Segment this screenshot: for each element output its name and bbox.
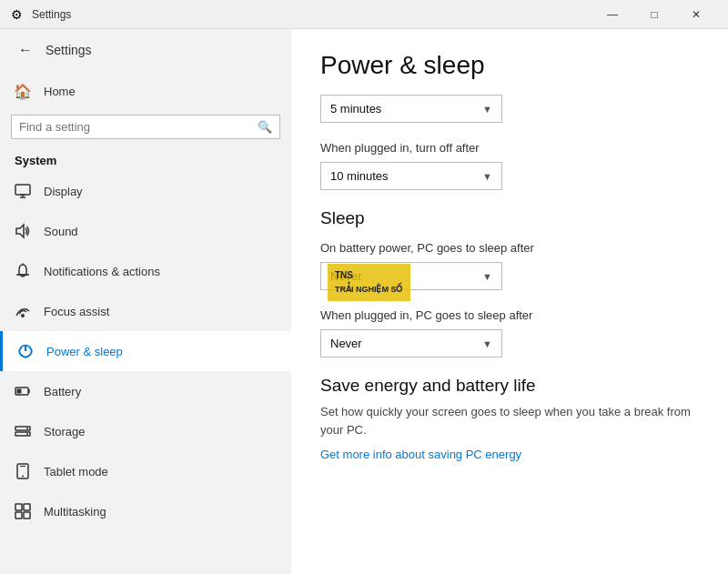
sidebar-item-display[interactable]: Display [0, 171, 291, 211]
search-input[interactable] [19, 120, 258, 134]
maximize-button[interactable]: □ [633, 0, 675, 29]
minimize-button[interactable]: — [592, 0, 633, 29]
sidebar-item-storage[interactable]: Storage [0, 411, 291, 451]
sleep-heading: Sleep [320, 208, 699, 228]
sidebar-item-storage-label: Storage [44, 425, 86, 438]
sidebar-section-title: System [0, 146, 291, 171]
chevron-down-icon: ▼ [482, 104, 492, 115]
screen-plugged-value: 10 minutes [330, 169, 389, 183]
sleep-plugged-value: Never [330, 337, 362, 350]
chevron-down-icon-3: ▼ [482, 271, 492, 282]
title-bar-title: Settings [32, 8, 71, 21]
save-energy-title: Save energy and battery life [320, 376, 699, 396]
svg-point-17 [26, 433, 28, 435]
svg-point-7 [21, 314, 25, 317]
svg-rect-21 [15, 504, 22, 510]
save-energy-link[interactable]: Get more info about saving PC energy [320, 448, 521, 461]
sidebar-item-sound-label: Sound [44, 225, 78, 238]
sidebar-item-power-label: Power & sleep [46, 345, 123, 358]
power-icon [17, 343, 34, 359]
search-box[interactable]: 🔍 [11, 115, 280, 139]
chevron-down-icon-2: ▼ [482, 171, 492, 182]
close-button[interactable]: ✕ [675, 0, 717, 29]
multitasking-icon [15, 503, 31, 519]
svg-rect-23 [15, 512, 22, 519]
svg-rect-22 [24, 504, 30, 510]
save-energy-section: Save energy and battery life Set how qui… [320, 376, 699, 462]
content-area: Power & sleep 5 minutes ▼ When plugged i… [291, 29, 728, 574]
page-title: Power & sleep [320, 51, 699, 80]
svg-point-16 [26, 428, 28, 429]
title-bar-controls: — □ ✕ [592, 0, 717, 29]
sidebar-item-battery[interactable]: Battery [0, 371, 291, 411]
app-icon: ⚙ [11, 7, 23, 22]
home-icon: 🏠 [15, 83, 31, 99]
sidebar: ← Settings 🏠 Home 🔍 System Display Sound [0, 29, 291, 574]
svg-point-19 [22, 476, 24, 478]
sidebar-item-battery-label: Battery [44, 385, 81, 398]
sleep-plugged-label: When plugged in, PC goes to sleep after [320, 308, 699, 322]
svg-marker-4 [16, 225, 24, 237]
sleep-battery-value: Never [330, 269, 362, 283]
notifications-icon [15, 263, 31, 279]
svg-rect-13 [17, 389, 22, 394]
focus-icon [15, 303, 31, 319]
sidebar-item-display-label: Display [44, 185, 83, 198]
back-button[interactable]: ← [15, 38, 36, 62]
sidebar-item-multitasking-label: Multitasking [44, 505, 106, 519]
sidebar-item-home[interactable]: 🏠 Home [0, 71, 291, 111]
sidebar-item-tablet[interactable]: Tablet mode [0, 451, 291, 491]
sidebar-nav-top: ← Settings [0, 29, 291, 71]
sound-icon [15, 223, 31, 239]
sidebar-item-power[interactable]: Power & sleep [0, 331, 291, 371]
sidebar-item-notifications-label: Notifications & actions [44, 265, 160, 278]
title-bar-left: ⚙ Settings [11, 7, 592, 22]
save-energy-desc: Set how quickly your screen goes to slee… [320, 403, 699, 438]
sidebar-item-multitasking[interactable]: Multitasking [0, 491, 291, 531]
sidebar-item-focus-label: Focus assist [44, 305, 109, 318]
sidebar-item-notifications[interactable]: Notifications & actions [0, 251, 291, 291]
sleep-battery-label: On battery power, PC goes to sleep after [320, 241, 699, 255]
title-bar: ⚙ Settings — □ ✕ [0, 0, 728, 29]
search-icon: 🔍 [258, 120, 272, 134]
storage-icon [15, 423, 31, 439]
sidebar-item-focus[interactable]: Focus assist [0, 291, 291, 331]
sidebar-item-tablet-label: Tablet mode [44, 465, 108, 478]
main-layout: ← Settings 🏠 Home 🔍 System Display Sound [0, 29, 728, 574]
sleep-plugged-dropdown[interactable]: Never ▼ [320, 329, 502, 357]
screen-plugged-first-value: 5 minutes [330, 102, 381, 116]
screen-plugged-label: When plugged in, turn off after [320, 141, 699, 155]
sleep-battery-dropdown[interactable]: Never ▼ [320, 262, 502, 290]
display-icon [15, 183, 31, 199]
screen-plugged-dropdown[interactable]: 10 minutes ▼ [320, 162, 502, 190]
sidebar-app-title: Settings [46, 43, 92, 57]
screen-plugged-first-dropdown[interactable]: 5 minutes ▼ [320, 95, 502, 123]
tablet-icon [15, 463, 31, 479]
battery-icon [15, 383, 31, 399]
svg-rect-24 [24, 512, 30, 519]
sidebar-item-sound[interactable]: Sound [0, 211, 291, 251]
chevron-down-icon-4: ▼ [482, 338, 492, 349]
svg-rect-0 [15, 185, 30, 195]
home-label: Home [44, 85, 76, 98]
